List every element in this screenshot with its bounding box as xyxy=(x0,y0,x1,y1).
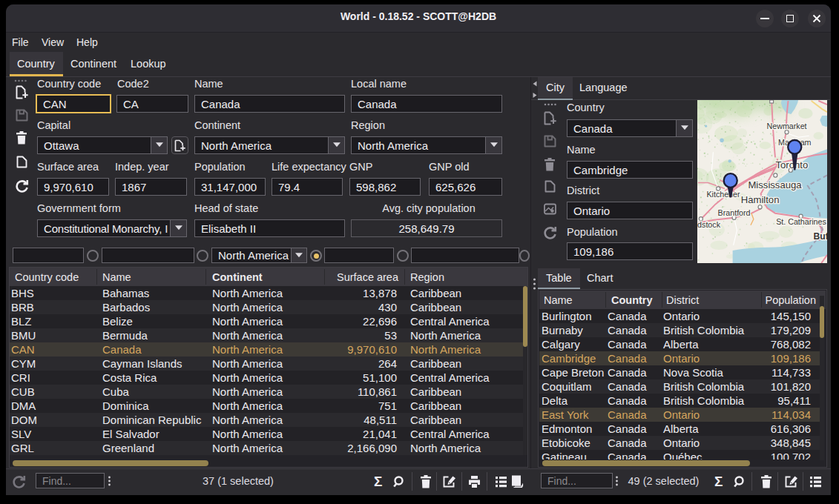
svg-text:St. Catharines: St. Catharines xyxy=(776,217,826,226)
svg-text:Buffal: Buffal xyxy=(814,231,827,242)
svg-text:Brantford: Brantford xyxy=(718,208,751,217)
svg-text:Hamilton: Hamilton xyxy=(741,193,780,205)
svg-text:Kitchener: Kitchener xyxy=(706,189,740,198)
svg-text:Newmarket: Newmarket xyxy=(767,122,807,130)
svg-text:Toronto: Toronto xyxy=(775,159,808,170)
svg-text:odstock: odstock xyxy=(697,220,721,229)
svg-text:Mississauga: Mississauga xyxy=(748,179,802,190)
